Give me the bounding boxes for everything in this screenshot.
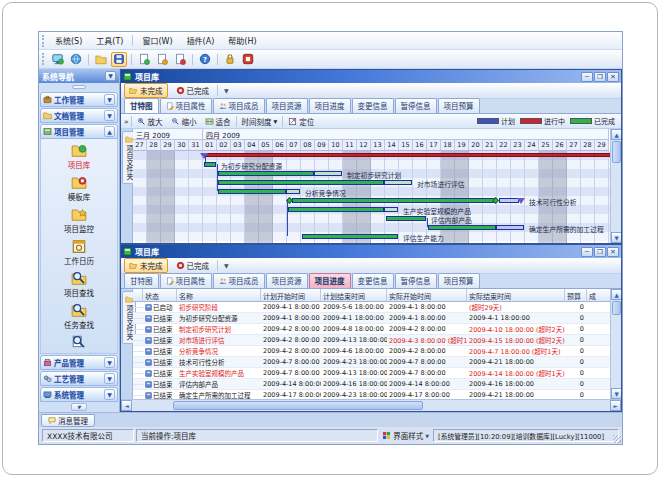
table-row[interactable]: 已结束制定初步研究计划2009-4-2 8:00:002009-4-8 18:0… bbox=[133, 324, 610, 335]
toolbar-button-doc-close[interactable] bbox=[172, 52, 188, 67]
gantt-bar[interactable] bbox=[218, 189, 286, 194]
row-selector[interactable] bbox=[133, 318, 143, 319]
tab-项目进度[interactable]: 项目进度 bbox=[309, 98, 351, 113]
table-row[interactable]: 已结束为初步研究分配资源2009-4-1 8:00:002009-4-1 18:… bbox=[133, 313, 610, 324]
gantt-bar-extension[interactable] bbox=[314, 171, 342, 176]
toolbar-button-help[interactable]: ? bbox=[197, 52, 213, 67]
tab-变更信息[interactable]: 变更信息 bbox=[352, 98, 394, 113]
scroll-left-button[interactable]: ◄ bbox=[121, 400, 132, 411]
gantt-vertical-scrollbar[interactable]: ▲ ▼ bbox=[610, 129, 621, 243]
gantt-bar-extension[interactable] bbox=[499, 198, 519, 203]
table-row[interactable]: 已结束确定生产所需的加工过程2009-4-17 8:00:002009-4-23… bbox=[133, 390, 610, 399]
minimize-button[interactable]: ─ bbox=[581, 72, 593, 82]
scroll-thumb[interactable] bbox=[612, 301, 621, 315]
table-row[interactable]: 已结束对市场进行评估2009-4-2 8:00:002009-4-13 18:0… bbox=[133, 335, 610, 346]
maximize-button[interactable]: ❐ bbox=[594, 72, 606, 82]
gantt-toolbar-button-缩小[interactable]: 缩小 bbox=[168, 116, 200, 127]
sidebar-item-项目库[interactable]: 项目库 bbox=[68, 142, 91, 170]
resize-grip[interactable] bbox=[613, 435, 621, 443]
sidebar-collapse-button[interactable]: ▼ bbox=[105, 71, 116, 81]
gantt-toolbar-button-放大[interactable]: 放大 bbox=[134, 116, 166, 127]
scroll-down-button[interactable]: ▼ bbox=[611, 388, 621, 399]
column-header-状态[interactable]: 状态 bbox=[143, 289, 177, 302]
column-header-计划开始时间[interactable]: 计划开始时间 bbox=[261, 289, 321, 302]
toolbar-button-doc-new[interactable] bbox=[136, 52, 152, 67]
scroll-down-button[interactable]: ▼ bbox=[611, 232, 621, 243]
filter-button-未完成[interactable]: 未完成 bbox=[124, 258, 168, 273]
tab-项目属性[interactable]: 项目属性 bbox=[160, 273, 212, 288]
chevron-down-icon[interactable]: ▼ bbox=[104, 357, 115, 368]
gantt-bar[interactable] bbox=[428, 225, 496, 230]
column-header-实际结束时间[interactable]: 实际结束时间 bbox=[467, 289, 565, 302]
chevron-down-icon[interactable]: ▼ bbox=[104, 110, 115, 121]
toolbar-button-globe[interactable] bbox=[68, 52, 84, 67]
tab-项目进度[interactable]: 项目进度 bbox=[309, 273, 351, 288]
gantt-bar-extension[interactable] bbox=[286, 189, 300, 194]
row-selector[interactable] bbox=[133, 340, 143, 341]
column-header-名称[interactable]: 名称 bbox=[177, 289, 261, 302]
sidebar-overflow-button[interactable]: ▼ bbox=[39, 402, 119, 412]
tab-变更信息[interactable]: 变更信息 bbox=[352, 273, 394, 288]
column-header-计划结束时间[interactable]: 计划结束时间 bbox=[321, 289, 387, 302]
row-selector[interactable] bbox=[133, 373, 143, 374]
column-header-成[interactable]: 成 bbox=[587, 289, 610, 302]
table-vertical-scrollbar[interactable]: ▲ ▼ bbox=[610, 289, 621, 399]
sidebar-item-任务查找[interactable]: 任务查找 bbox=[64, 302, 94, 330]
row-selector[interactable] bbox=[133, 307, 143, 308]
gantt-bar[interactable] bbox=[218, 171, 314, 176]
gantt-bar-extension[interactable] bbox=[384, 207, 398, 212]
tab-项目资源[interactable]: 项目资源 bbox=[266, 273, 308, 288]
sidebar-group-header[interactable]: 工作管理▼ bbox=[40, 92, 118, 107]
scroll-thumb[interactable] bbox=[612, 141, 621, 163]
menu-item-1[interactable]: 工具(T) bbox=[89, 34, 130, 47]
minimize-button[interactable]: ─ bbox=[581, 247, 593, 257]
gantt-bar[interactable] bbox=[292, 198, 496, 203]
sidebar-group-header[interactable]: 工艺管理▼ bbox=[40, 371, 118, 386]
maximize-button[interactable]: ❐ bbox=[594, 247, 606, 257]
filter-button-未完成[interactable]: 未完成 bbox=[124, 83, 168, 98]
toolbar-button-lock[interactable] bbox=[222, 52, 238, 67]
gantt-bar[interactable] bbox=[386, 216, 426, 221]
table-horizontal-scrollbar[interactable]: ◄ ► bbox=[121, 399, 621, 411]
row-selector[interactable] bbox=[133, 329, 143, 330]
menu-item-4[interactable]: 帮助(H) bbox=[221, 34, 263, 47]
table-row[interactable]: 已启动初步研究阶段2009-4-1 8:00:002009-5-6 18:00:… bbox=[133, 302, 610, 313]
toolbar-button-save[interactable] bbox=[111, 52, 127, 67]
gantt-bar-extension[interactable] bbox=[496, 225, 524, 230]
tab-项目属性[interactable]: 项目属性 bbox=[160, 98, 212, 113]
filter-overflow-button[interactable]: ▼ bbox=[221, 262, 232, 269]
tab-项目成员[interactable]: 项目成员 bbox=[213, 98, 265, 113]
gantt-toolbar-button-适合[interactable]: 适合 bbox=[202, 116, 234, 127]
tab-项目预算[interactable]: 项目预算 bbox=[438, 273, 480, 288]
chevron-up-icon[interactable]: ▲ bbox=[104, 126, 115, 137]
sidebar-item-项目文档查找[interactable]: 项目文档查找 bbox=[57, 334, 102, 354]
close-button[interactable]: ✕ bbox=[607, 72, 619, 82]
table-row[interactable]: 已结束分析竞争情况2009-4-2 8:00:002009-4-6 18:00:… bbox=[133, 346, 610, 357]
sidebar-handle[interactable] bbox=[39, 83, 119, 91]
filter-overflow-button[interactable]: ▼ bbox=[221, 87, 232, 94]
tab-项目资源[interactable]: 项目资源 bbox=[266, 98, 308, 113]
row-selector[interactable] bbox=[133, 362, 143, 363]
column-header-预算[interactable]: 预算 bbox=[565, 289, 587, 302]
tab-甘特图[interactable]: 甘特图 bbox=[124, 273, 159, 288]
sidebar-group-header[interactable]: 项目管理▲ bbox=[40, 124, 118, 139]
scroll-up-button[interactable]: ▲ bbox=[611, 289, 621, 300]
scroll-thumb[interactable] bbox=[173, 401, 423, 410]
row-selector[interactable] bbox=[133, 395, 143, 396]
chevron-down-icon[interactable]: ▼ bbox=[104, 94, 115, 105]
row-selector[interactable] bbox=[133, 384, 143, 385]
sidebar-group-header[interactable]: 产品管理▼ bbox=[40, 355, 118, 370]
message-management-tab[interactable]: 消息管理 bbox=[41, 414, 95, 427]
close-button[interactable]: ✕ bbox=[607, 247, 619, 257]
toolbar-button-exit[interactable] bbox=[240, 52, 256, 67]
table-row[interactable]: 已结束技术可行性分析2009-4-7 8:00:002009-4-23 18:0… bbox=[133, 357, 610, 368]
sidebar-group-header[interactable]: 文档管理▼ bbox=[40, 108, 118, 123]
toolbar-button-folder[interactable] bbox=[93, 52, 109, 67]
sidebar-item-项目监控[interactable]: 项目监控 bbox=[64, 206, 94, 234]
menu-item-0[interactable]: 系统(S) bbox=[48, 34, 89, 47]
gantt-bar[interactable] bbox=[302, 234, 398, 239]
toolbar-overflow-chevron[interactable]: » bbox=[124, 117, 129, 126]
tab-暂停信息[interactable]: 暂停信息 bbox=[395, 98, 437, 113]
tab-项目预算[interactable]: 项目预算 bbox=[438, 98, 480, 113]
row-selector[interactable] bbox=[133, 351, 143, 352]
